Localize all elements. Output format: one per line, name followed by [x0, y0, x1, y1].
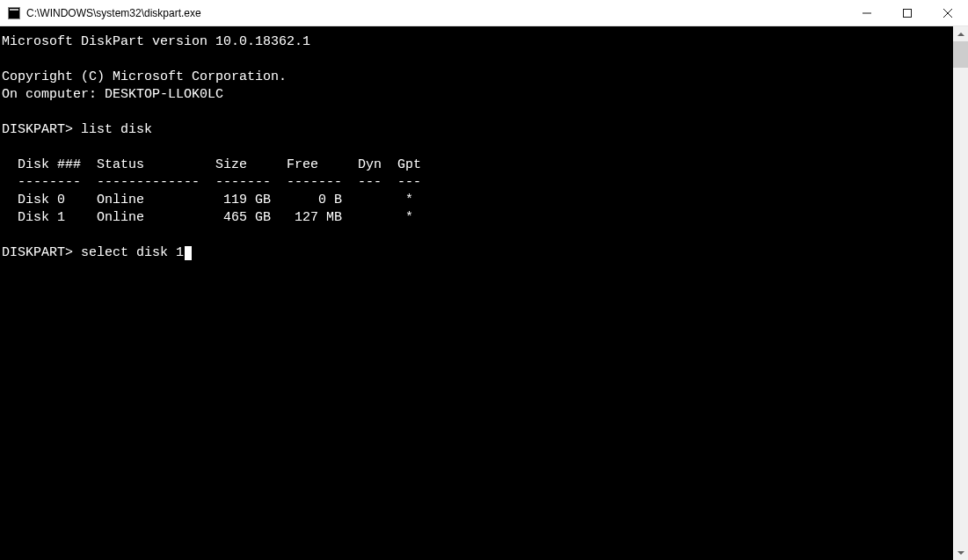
version-line: Microsoft DiskPart version 10.0.18362.1 [2, 34, 310, 49]
computer-line: On computer: DESKTOP-LLOK0LC [2, 87, 223, 102]
scroll-up-arrow-icon[interactable] [953, 26, 968, 41]
command-list-disk: list disk [81, 122, 152, 137]
titlebar: C:\WINDOWS\system32\diskpart.exe [0, 0, 968, 26]
window-controls [847, 0, 968, 25]
window-title: C:\WINDOWS\system32\diskpart.exe [26, 7, 847, 19]
prompt: DISKPART> [2, 245, 73, 260]
table-row: Disk 1 Online 465 GB 127 MB * [2, 210, 413, 225]
minimize-button[interactable] [847, 0, 887, 25]
close-button[interactable] [928, 0, 968, 25]
prompt: DISKPART> [2, 122, 73, 137]
table-divider: -------- ------------- ------- ------- -… [2, 175, 421, 190]
cursor [185, 246, 192, 260]
scroll-track[interactable] [953, 41, 968, 545]
console-output[interactable]: Microsoft DiskPart version 10.0.18362.1 … [0, 26, 953, 560]
scroll-down-arrow-icon[interactable] [953, 545, 968, 560]
svg-marker-7 [957, 551, 964, 555]
console-container: Microsoft DiskPart version 10.0.18362.1 … [0, 26, 968, 560]
svg-rect-3 [904, 9, 912, 17]
scroll-thumb[interactable] [953, 41, 968, 68]
copyright-line: Copyright (C) Microsoft Corporation. [2, 69, 287, 84]
table-row: Disk 0 Online 119 GB 0 B * [2, 193, 413, 207]
app-icon [7, 6, 21, 20]
table-header: Disk ### Status Size Free Dyn Gpt [2, 157, 421, 172]
vertical-scrollbar[interactable] [953, 26, 968, 560]
svg-rect-1 [10, 9, 18, 11]
maximize-button[interactable] [887, 0, 928, 25]
svg-marker-6 [957, 33, 964, 36]
command-select-disk: select disk 1 [81, 245, 184, 260]
